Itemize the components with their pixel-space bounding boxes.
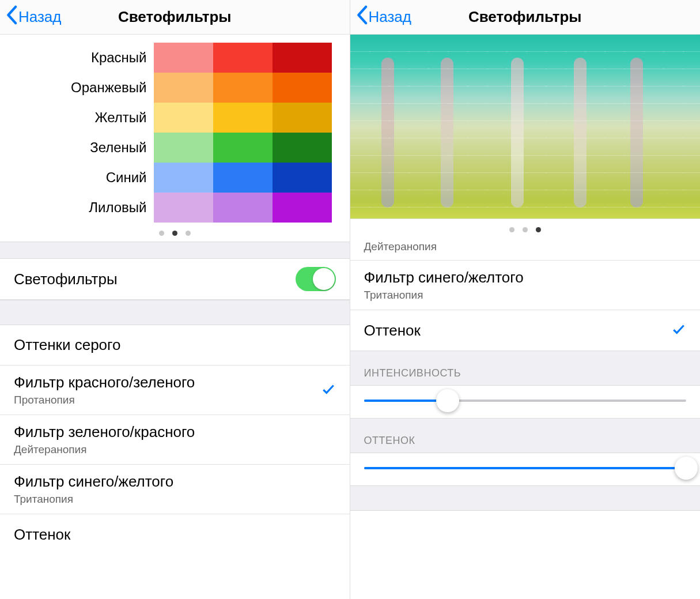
option-text: Фильтр синего/желтогоТританопия (14, 473, 173, 506)
swatch-colors (154, 43, 332, 73)
option-title: Оттенки серого (14, 336, 120, 354)
back-button[interactable]: Назад (6, 5, 62, 29)
swatch (154, 73, 213, 103)
option-cell-partial[interactable]: Дейтеранопия (350, 238, 701, 261)
page-dot[interactable] (172, 231, 177, 236)
filter-option-cell[interactable]: Оттенки серого (0, 325, 350, 366)
chevron-left-icon (356, 5, 368, 29)
intensity-slider-cell (350, 386, 701, 418)
swatch-label: Синий (106, 169, 147, 186)
swatch-colors (154, 193, 332, 223)
option-subtitle: Протанопия (14, 394, 195, 406)
slider-thumb[interactable] (436, 389, 459, 412)
toggle-label: Светофильтры (14, 270, 118, 288)
intensity-slider[interactable] (364, 400, 687, 402)
swatch (213, 193, 273, 223)
option-title: Фильтр синего/желтого (14, 473, 173, 491)
chevron-left-icon (6, 5, 17, 29)
option-subtitle: Дейтеранопия (364, 240, 687, 253)
option-title: Оттенок (364, 322, 421, 340)
option-subtitle: Дейтеранопия (14, 443, 195, 456)
option-text: Фильтр красного/зеленогоПротанопия (14, 374, 195, 406)
swatch (154, 193, 213, 223)
switch-knob (313, 268, 335, 290)
hue-slider[interactable] (364, 467, 687, 469)
option-text: Фильтр зеленого/красногоДейтеранопия (14, 423, 195, 456)
swatch (154, 43, 213, 73)
swatch-label: Оранжевый (71, 80, 146, 96)
color-preview-hexagons[interactable] (350, 35, 701, 219)
option-subtitle: Тританопия (14, 493, 173, 506)
page-dot[interactable] (159, 231, 164, 236)
swatch (273, 103, 332, 133)
option-text: Оттенок (14, 526, 70, 544)
hue-slider-cell (350, 453, 701, 485)
swatch (154, 133, 213, 163)
swatch-row: Оранжевый (71, 73, 332, 103)
checkmark-icon (671, 322, 686, 339)
swatch (273, 133, 332, 163)
back-label: Назад (18, 8, 62, 26)
option-title: Фильтр красного/зеленого (14, 374, 195, 391)
page-dot[interactable] (536, 227, 541, 232)
back-label: Назад (369, 8, 412, 26)
swatch-row: Синий (106, 163, 332, 193)
swatch-label: Лиловый (89, 199, 146, 216)
section-separator (0, 300, 350, 325)
swatch (154, 163, 213, 193)
swatch-colors (154, 103, 332, 133)
swatch-colors (154, 73, 332, 103)
filter-option-cell[interactable]: Оттенок (350, 310, 701, 351)
filter-option-cell[interactable]: Фильтр зеленого/красногоДейтеранопия (0, 415, 350, 465)
page-indicator[interactable] (350, 219, 701, 238)
filter-option-cell[interactable]: Фильтр синего/желтогоТританопия (350, 261, 701, 310)
slider-fill (364, 467, 687, 469)
swatch-label: Зеленый (90, 140, 146, 156)
swatch (273, 193, 332, 223)
option-subtitle: Тританопия (364, 289, 524, 302)
back-button[interactable]: Назад (356, 5, 412, 29)
pane-color-filters-swatches: Назад Светофильтры КрасныйОранжевыйЖелты… (0, 0, 350, 599)
section-header-intensity: ИНТЕНСИВНОСТЬ (350, 351, 701, 386)
page-dot[interactable] (509, 227, 514, 232)
color-filters-toggle-cell[interactable]: Светофильтры (0, 259, 350, 300)
option-title: Фильтр синего/желтого (364, 269, 524, 287)
swatch (213, 133, 273, 163)
section-header-hue: ОТТЕНОК (350, 418, 701, 453)
swatch (213, 103, 273, 133)
hex-grid-overlay (350, 35, 701, 218)
filter-option-cell[interactable]: Фильтр синего/желтогоТританопия (0, 465, 350, 514)
option-text: Оттенки серого (14, 336, 120, 354)
page-indicator[interactable] (0, 223, 350, 242)
swatch-colors (154, 133, 332, 163)
page-dot[interactable] (186, 231, 191, 236)
color-preview-swatches[interactable]: КрасныйОранжевыйЖелтыйЗеленыйСинийЛиловы… (0, 35, 350, 223)
option-text: Фильтр синего/желтогоТританопия (364, 269, 524, 302)
swatch-row: Лиловый (89, 193, 332, 223)
slider-thumb[interactable] (675, 457, 698, 480)
swatch (273, 73, 332, 103)
swatch (154, 103, 213, 133)
checkmark-icon (321, 382, 336, 399)
section-separator (0, 242, 350, 259)
pane-color-filters-hue: Назад Светофильтры Дейтеранопия Фильтр с… (350, 0, 701, 599)
filter-option-cell[interactable]: Оттенок (0, 514, 350, 555)
swatch (273, 163, 332, 193)
swatch-row: Красный (91, 43, 332, 73)
section-separator (350, 485, 701, 511)
navbar: Назад Светофильтры (350, 0, 701, 35)
filter-option-cell[interactable]: Фильтр красного/зеленогоПротанопия (0, 366, 350, 415)
slider-fill (364, 400, 448, 402)
swatch-row: Желтый (94, 103, 332, 133)
option-title: Оттенок (14, 526, 70, 544)
option-title: Фильтр зеленого/красного (14, 423, 195, 441)
swatch-row: Зеленый (90, 133, 332, 163)
swatch (213, 43, 273, 73)
option-text: Оттенок (364, 322, 421, 340)
swatch-label: Красный (91, 50, 147, 66)
swatch (273, 43, 332, 73)
page-dot[interactable] (523, 227, 528, 232)
switch-on[interactable] (296, 267, 336, 291)
swatch (213, 163, 273, 193)
swatch-label: Желтый (94, 110, 146, 126)
